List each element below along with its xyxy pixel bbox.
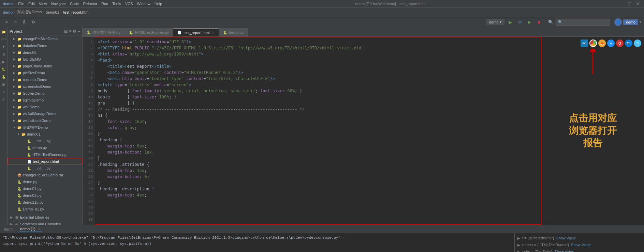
tree-scratches[interactable]: ▶ ✏ Scratches and Consoles (8, 221, 82, 225)
tree-folder-screenshot[interactable]: ▶ 📁 screenshotDemo (8, 83, 82, 90)
folder-arrow: ▶ (13, 78, 17, 81)
python-console-icon[interactable]: 🐍 (1, 74, 7, 80)
edge-icon[interactable]: Ed (625, 40, 632, 47)
tree-file-init2[interactable]: 🐍 __init__.py (8, 165, 82, 172)
firefox-icon[interactable]: 🦊 (598, 40, 606, 47)
menu-window[interactable]: Window (137, 2, 150, 6)
breadcrumb-testdemo[interactable]: 测试报告Demo (17, 10, 42, 15)
tree-file-init1[interactable]: 🐍 __init__.py (8, 138, 82, 144)
debug-show-value-suite[interactable]: Show Value (554, 250, 574, 252)
debug-expand-icon[interactable]: ▶ (517, 236, 520, 240)
safari-icon[interactable]: S (634, 40, 641, 47)
tree-folder-socker[interactable]: ▶ 📁 SockerDemo (8, 90, 82, 97)
coverage-btn[interactable]: ▶ (526, 18, 533, 26)
tree-folder-changepic[interactable]: ▶ 📁 changePicSizeDemo (8, 35, 82, 42)
run-button[interactable]: ▶ (507, 18, 514, 26)
account-dropdown-icon: ▾ (640, 20, 641, 24)
structure-icon[interactable]: ⊞ (1, 51, 7, 57)
menu-file[interactable]: File (18, 2, 24, 6)
tree-file-htmltestrunner[interactable]: 🐍 HTMLTestRunner.py (8, 151, 82, 158)
tree-folder-sqlmig[interactable]: ▶ 📁 sqlmigDemo (8, 97, 82, 104)
project-view-btn[interactable]: ≡ (3, 18, 10, 26)
account-btn[interactable]: demo (623, 19, 638, 25)
debug-sidebar-icon[interactable]: 🐛 (1, 66, 7, 72)
menu-code[interactable]: Code (70, 2, 79, 6)
pycharm-icon[interactable]: PC (581, 40, 588, 47)
minimize-btn[interactable]: ─ (619, 1, 625, 6)
opera-icon[interactable]: O (616, 40, 624, 47)
collapse-all-icon[interactable]: ≡ (69, 29, 71, 34)
close-btn[interactable]: ✕ (634, 1, 641, 6)
tab-close-icon[interactable]: ✕ (38, 227, 41, 231)
tree-folder-picsize[interactable]: ▶ 📁 picSizeDemo (8, 69, 82, 76)
tree-folder-demo01[interactable]: ▼ 📂 demo01 (8, 131, 82, 138)
tree-folder-wxlist[interactable]: ▶ 📁 wxListbookDemo (8, 117, 82, 124)
menu-refactor[interactable]: Refactor (83, 2, 97, 6)
tab-time-str[interactable]: 🐍 时间数字符串.py (83, 28, 125, 36)
terminal-icon[interactable]: ▣ (1, 81, 7, 87)
maximize-btn[interactable]: □ (627, 1, 632, 6)
tab-demo[interactable]: demo (3, 226, 15, 232)
menu-edit[interactable]: Edit (28, 2, 35, 6)
tree-file-demo01py[interactable]: 🐍 demo01.py (8, 185, 82, 192)
debug-show-value-runner[interactable]: Show Value (571, 243, 591, 247)
tree-folder-testreport[interactable]: ▼ 📂 测试报告Demo (8, 124, 82, 131)
menu-tools[interactable]: Tools (112, 2, 121, 6)
menu-run[interactable]: Run (101, 2, 108, 6)
code-content[interactable]: <?xml version="1.0" encoding="UTF-8"?> <… (95, 37, 542, 225)
chrome-icon[interactable] (589, 40, 597, 47)
tree-file-demo02py[interactable]: 🐍 demo02.py (8, 192, 82, 199)
tree-file-test-report[interactable]: 📄 test_report.html (8, 158, 82, 165)
tree-folder-pagechan[interactable]: ▶ 📁 pageChaneDemo (8, 63, 82, 69)
bookmark-btn[interactable]: ☆ (12, 18, 19, 26)
structure-btn[interactable]: § (20, 18, 28, 26)
tree-folder-datatime[interactable]: ▶ 📁 datatiemDemo (8, 42, 82, 49)
ie-icon[interactable]: e (607, 40, 615, 47)
tree-file-rar[interactable]: 📦 changePicSizeDemo.rar (8, 172, 82, 178)
tab-htmltestrunner[interactable]: 🐍 HTMLTestRunner.py (125, 28, 173, 36)
tab-close-icon[interactable]: ✕ (212, 31, 215, 34)
tab-test-report[interactable]: 📄 test_report.html ✕ (173, 28, 219, 36)
breadcrumb-file[interactable]: test_report.html (63, 10, 89, 14)
terminal-output[interactable]: "D:\Program Files\Python38\python.exe" "… (0, 233, 514, 252)
tree-file-demo215[interactable]: 🐍 demo215.py (8, 199, 82, 206)
debug-button[interactable]: ⚙ (516, 18, 524, 26)
todo-icon[interactable]: ✓ (1, 89, 7, 95)
expand-all-icon[interactable]: ⊞ (64, 29, 68, 34)
settings-btn[interactable]: ⚙ (29, 18, 37, 26)
menu-view[interactable]: View (39, 2, 47, 6)
search-box[interactable]: 🔍 (556, 19, 610, 26)
vcs-icon[interactable]: VCS (1, 36, 7, 42)
tree-file-demo-py[interactable]: 🐍 demo.py (8, 144, 82, 151)
tree-folder-wait[interactable]: ▶ 📁 waitDemo (8, 104, 82, 110)
breadcrumb-demo01[interactable]: demo01 (46, 10, 59, 14)
tree-external-libs[interactable]: ▶ ⊞ External Libraries (8, 214, 82, 221)
tree-folder-demo05[interactable]: ▶ 📁 demo05 (8, 49, 82, 56)
tree-folder-requests[interactable]: ▶ 📁 requestsDemo (8, 76, 82, 83)
tree-file-demo01cap[interactable]: 🐍 Demo_01.py (8, 206, 82, 212)
tree-folder-guidemo[interactable]: ▶ 📁 GUIDEMO (8, 56, 82, 63)
tab-demo1[interactable]: demo (1) ✕ (19, 226, 42, 232)
project-icon[interactable]: 📁 (1, 29, 7, 35)
user-avatar[interactable]: 👤 (614, 18, 622, 26)
debug-expand-icon[interactable]: ▶ (517, 243, 520, 247)
run-config-selector[interactable]: demo ▾ (486, 19, 505, 25)
search-everywhere-btn[interactable]: 🔍 (547, 18, 554, 26)
debug-expand-icon[interactable]: ▶ (517, 250, 520, 252)
tree-folder-wxaui[interactable]: ▶ 📁 wxAuiManageDemo (8, 110, 82, 117)
run-icon[interactable]: ▶ (1, 59, 7, 65)
settings-icon[interactable]: ⚙ (73, 29, 76, 34)
menu-help[interactable]: Help (155, 2, 162, 6)
stop-button[interactable]: ■ (535, 18, 543, 26)
project-label[interactable]: demo (3, 10, 13, 14)
menu-navigate[interactable]: Navigate (51, 2, 66, 6)
folder-label: changePicSizeDemo (23, 37, 58, 41)
favorites-icon[interactable]: ★ (1, 44, 7, 50)
tree-file-demoroot[interactable]: 🐍 demo.py (8, 178, 82, 185)
tab-demo-py[interactable]: 🐍 demo.py (219, 28, 248, 36)
problems-icon[interactable]: ⚠ (1, 96, 7, 102)
folder-icon: 📂 (17, 125, 22, 130)
menu-vcs[interactable]: VCS (125, 2, 133, 6)
debug-show-value-f[interactable]: Show Value (556, 236, 576, 240)
hide-icon[interactable]: – (78, 29, 80, 34)
